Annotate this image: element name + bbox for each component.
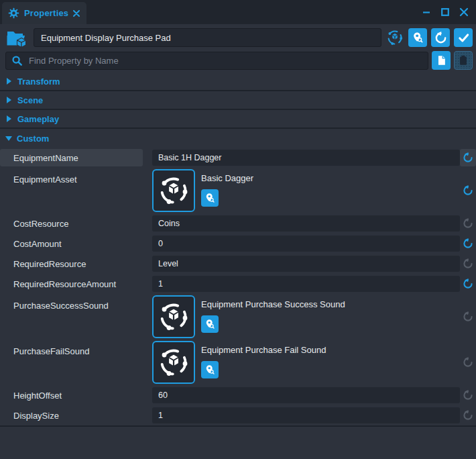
reset-icon[interactable] [463, 152, 473, 163]
section-label: Gameplay [17, 114, 59, 124]
networked-asset-icon [158, 174, 190, 207]
heightoffset-input[interactable] [152, 387, 460, 403]
find-in-catalog-button[interactable] [408, 28, 427, 47]
asset-slot[interactable] [152, 341, 195, 384]
costamount-input[interactable] [152, 236, 460, 252]
property-row-heightoffset: HeightOffset [0, 385, 476, 405]
property-row-costresource: CostResource [0, 213, 476, 234]
asset-slot[interactable] [152, 295, 195, 338]
reset-icon[interactable] [463, 278, 473, 289]
asset-name: Equipment Purchase Success Sound [201, 299, 345, 311]
section-scene[interactable]: Scene [0, 91, 476, 110]
search-box[interactable] [5, 52, 428, 70]
minimize-icon[interactable] [421, 7, 432, 17]
reset-icon[interactable] [463, 311, 473, 322]
property-row-displaysize: DisplaySize [0, 405, 476, 425]
paste-button[interactable] [454, 51, 473, 70]
property-label: PurchaseSuccessSound [0, 297, 143, 314]
tab-label: Properties [24, 8, 68, 18]
property-row-equipmentasset: EquipmentAsset [0, 168, 476, 213]
property-label: PurchaseFailSound [0, 342, 143, 360]
maximize-icon[interactable] [440, 7, 451, 17]
reset-icon[interactable] [463, 238, 473, 249]
chevron-right-icon [7, 97, 11, 103]
property-label: RequiredResource [0, 255, 143, 272]
networked-asset-icon [158, 301, 190, 333]
folder-cube-icon [5, 27, 29, 48]
property-row-equipmentname: EquipmentName [0, 148, 476, 168]
asset-name: Equipment Purchase Fail Sound [201, 344, 326, 356]
reset-icon[interactable] [463, 390, 473, 401]
property-row-purchasefailsound: PurchaseFailSound [0, 340, 476, 385]
tab-close-icon[interactable] [73, 10, 80, 17]
chevron-right-icon [7, 78, 11, 85]
costresource-input[interactable] [152, 215, 460, 232]
reset-icon[interactable] [463, 258, 473, 269]
property-label: RequiredResourceAmount [0, 275, 143, 293]
property-row-purchasesuccesssound: PurchaseSuccessSound [0, 294, 476, 340]
find-asset-button[interactable] [201, 361, 219, 378]
search-input[interactable] [27, 55, 422, 66]
requiredresource-input[interactable] [152, 256, 460, 272]
property-label: CostAmount [0, 235, 143, 252]
property-row-requiredresourceamount: RequiredResourceAmount [0, 274, 476, 294]
confirm-button[interactable] [454, 28, 473, 47]
property-row-requiredresource: RequiredResource [0, 254, 476, 274]
reset-icon[interactable] [463, 410, 473, 421]
property-label: HeightOffset [0, 387, 143, 404]
section-transform[interactable]: Transform [0, 72, 476, 91]
copy-button[interactable] [432, 51, 451, 70]
titlebar: Properties [0, 0, 476, 24]
close-icon[interactable] [459, 7, 469, 17]
tab-properties[interactable]: Properties [2, 2, 86, 24]
displaysize-input[interactable] [152, 407, 460, 423]
property-label: EquipmentAsset [0, 170, 143, 188]
object-name-row [0, 24, 476, 51]
section-label: Custom [17, 134, 49, 144]
search-row [0, 51, 476, 72]
gear-icon [8, 7, 19, 19]
find-asset-button[interactable] [201, 189, 219, 207]
custom-properties-list: EquipmentName EquipmentAsset [0, 148, 476, 425]
asset-name: Basic Dagger [201, 172, 253, 185]
bottom-divider [0, 425, 476, 427]
section-custom[interactable]: Custom [0, 129, 476, 148]
reset-icon[interactable] [463, 357, 473, 368]
reset-all-button[interactable] [431, 28, 450, 47]
asset-slot[interactable] [152, 169, 195, 212]
properties-window: Properties [0, 0, 476, 459]
reset-icon[interactable] [463, 218, 473, 229]
property-row-costamount: CostAmount [0, 234, 476, 254]
section-label: Transform [17, 76, 60, 87]
equipmentname-input[interactable] [152, 150, 460, 166]
networked-asset-icon [158, 346, 190, 378]
property-label: CostResource [0, 215, 143, 232]
chevron-right-icon [7, 115, 11, 122]
object-name-input[interactable] [34, 28, 381, 47]
section-gameplay[interactable]: Gameplay [0, 110, 476, 129]
section-label: Scene [17, 95, 43, 105]
requiredresourceamount-input[interactable] [152, 276, 460, 292]
property-label: EquipmentName [0, 149, 143, 166]
chevron-down-icon [5, 136, 12, 141]
property-label: DisplaySize [0, 407, 143, 424]
find-asset-button[interactable] [201, 315, 219, 333]
search-icon [11, 55, 23, 66]
window-controls [421, 0, 476, 24]
networked-asset-icon [385, 28, 404, 47]
reset-icon[interactable] [463, 185, 473, 196]
